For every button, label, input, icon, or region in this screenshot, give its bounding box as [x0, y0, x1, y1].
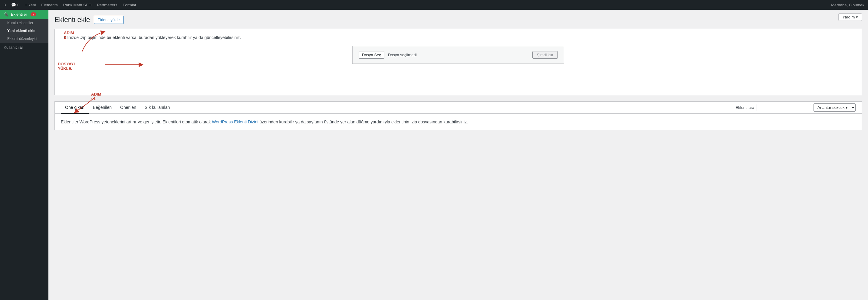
search-label: Eklenti ara [736, 105, 754, 110]
wp-directory-link[interactable]: WordPress Eklenti Dizini [212, 120, 258, 124]
adim1-label: ADIM : 1 [91, 92, 101, 101]
plugins-badge: 2 [31, 12, 36, 16]
dosya-arrow [105, 62, 195, 71]
adminbar-site-number[interactable]: 3 [4, 3, 6, 7]
help-wrap: Yardım ▾ [838, 13, 862, 21]
adminbar-greeting: Merhaba, Cloumek [831, 3, 864, 7]
search-input[interactable] [756, 104, 811, 111]
tab-favorites[interactable]: Sık kullanılan [141, 102, 174, 114]
page-title: Eklenti ekle [55, 16, 90, 24]
sidebar-item-add-new[interactable]: Yeni eklenti ekle [0, 27, 49, 35]
upload-description: Elinizde .zip biçiminde bir eklenti vars… [64, 35, 852, 40]
sidebar-item-editor[interactable]: Eklenti düzenleyici [0, 35, 49, 43]
adminbar-left: 3 💬 0 + Yeni Elements Rank Math SEO Perf… [4, 3, 831, 7]
tab-popular[interactable]: Beğenilen [89, 102, 116, 114]
admin-bar: 3 💬 0 + Yeni Elements Rank Math SEO Perf… [0, 0, 868, 10]
page-header: Eklenti ekle Eklenti yükle [55, 16, 862, 24]
file-select-button[interactable]: Dosya Seç [359, 51, 384, 59]
upload-plugin-button[interactable]: Eklenti yükle [94, 16, 124, 24]
dosya-label: DOSYAYI YÜKLE. [58, 62, 75, 71]
main-content: Eklenti ekle Eklenti yükle Elinizde .zip… [49, 10, 868, 300]
help-button[interactable]: Yardım ▾ [838, 13, 862, 21]
tabs-description: Eklentiler WordPress yeteneklerini artır… [61, 119, 856, 125]
adminbar-elements[interactable]: Elements [41, 3, 58, 7]
search-row: Eklenti ara Anahtar sözcük ▾ [736, 102, 856, 113]
sidebar-item-plugins[interactable]: 🔌 Eklentiler 2 [0, 10, 49, 19]
upload-form-row: Dosya Seç Dosya seçilmedi Şimdi kur [352, 46, 564, 64]
adminbar-rankmath[interactable]: Rank Math SEO [63, 3, 91, 7]
file-name-text: Dosya seçilmedi [388, 53, 529, 57]
tabs-content: Eklentiler WordPress yeteneklerini artır… [55, 114, 862, 130]
adminbar-comments[interactable]: 💬 0 [11, 3, 19, 7]
wp-layout: 🔌 Eklentiler 2 Kurulu eklentiler Yeni ek… [0, 10, 868, 300]
install-now-button[interactable]: Şimdi kur [532, 51, 558, 59]
plugins-submenu: Kurulu eklentiler Yeni eklenti ekle Ekle… [0, 19, 49, 43]
tab-featured[interactable]: Öne çıkan [61, 102, 89, 114]
tabs-header: Öne çıkan Beğenilen Önerilen Sık kullanı… [55, 102, 862, 114]
tabs-section: Öne çıkan Beğenilen Önerilen Sık kullanı… [55, 101, 862, 130]
admin-menu: 🔌 Eklentiler 2 Kurulu eklentiler Yeni ek… [0, 10, 49, 300]
adminbar-formlar[interactable]: Formlar [123, 3, 136, 7]
adminbar-new[interactable]: + Yeni [25, 3, 36, 7]
tab-recommended[interactable]: Önerilen [116, 102, 141, 114]
adminbar-perfmatters[interactable]: Perfmatters [97, 3, 117, 7]
sidebar-item-installed[interactable]: Kurulu eklentiler [0, 19, 49, 27]
search-type-select[interactable]: Anahtar sözcük ▾ [813, 103, 856, 111]
upload-panel: Elinizde .zip biçiminde bir eklenti vars… [55, 29, 862, 95]
sidebar-item-users[interactable]: Kullanıcılar [0, 43, 49, 52]
adim2-arrow [79, 31, 115, 55]
